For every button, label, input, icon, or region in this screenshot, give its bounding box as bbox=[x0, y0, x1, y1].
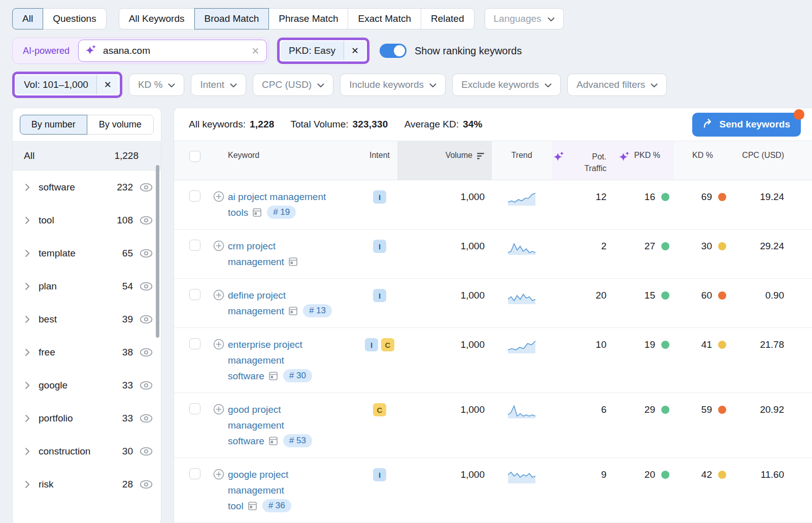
eye-icon[interactable] bbox=[140, 183, 153, 192]
sidebar-item-all[interactable]: All 1,228 bbox=[13, 141, 161, 171]
expand-group-icon[interactable] bbox=[25, 216, 30, 224]
eye-icon[interactable] bbox=[140, 414, 153, 423]
ranking-position-badge[interactable]: # 13 bbox=[303, 304, 332, 317]
eye-icon[interactable] bbox=[140, 480, 153, 489]
eye-icon[interactable] bbox=[140, 447, 153, 456]
sidebar-item-risk[interactable]: risk28 bbox=[13, 468, 161, 501]
column-header-intent[interactable]: Intent bbox=[362, 141, 397, 180]
row-checkbox[interactable] bbox=[189, 468, 200, 479]
pkd-chip-label[interactable]: PKD: Easy bbox=[281, 41, 344, 60]
expand-group-icon[interactable] bbox=[25, 282, 30, 290]
add-keyword-icon[interactable] bbox=[213, 338, 225, 350]
keyword-link[interactable]: crm project management bbox=[228, 241, 284, 267]
remove-volume-filter-icon[interactable]: ✕ bbox=[96, 75, 119, 94]
remove-pkd-filter-icon[interactable]: ✕ bbox=[344, 41, 366, 60]
eye-icon[interactable] bbox=[140, 315, 153, 324]
expand-group-icon[interactable] bbox=[25, 381, 30, 389]
ranking-position-badge[interactable]: # 30 bbox=[283, 369, 312, 382]
languages-dropdown[interactable]: Languages bbox=[485, 8, 564, 29]
sidebar-item-software[interactable]: software232 bbox=[13, 171, 161, 204]
serp-features-icon[interactable] bbox=[289, 257, 297, 266]
intent-badge-C[interactable]: C bbox=[373, 403, 386, 416]
eye-icon-wrap[interactable] bbox=[140, 447, 153, 456]
intent-badge-I[interactable]: I bbox=[373, 289, 386, 302]
tab-phrase-match[interactable]: Phrase Match bbox=[268, 8, 348, 29]
intent-badge-C[interactable]: C bbox=[381, 338, 394, 351]
tab-questions[interactable]: Questions bbox=[43, 8, 107, 29]
sidebar-item-plan[interactable]: plan54 bbox=[13, 270, 161, 303]
show-ranking-toggle[interactable] bbox=[380, 44, 407, 58]
filter-dropdown-exclude-keywords[interactable]: Exclude keywords bbox=[452, 74, 561, 96]
serp-features-icon[interactable] bbox=[253, 208, 261, 217]
eye-icon-wrap[interactable] bbox=[140, 183, 153, 192]
eye-icon-wrap[interactable] bbox=[140, 315, 153, 324]
row-checkbox[interactable] bbox=[189, 289, 200, 300]
tab-all[interactable]: All bbox=[12, 8, 43, 29]
sidebar-tab-by-volume[interactable]: By volume bbox=[87, 115, 154, 135]
row-checkbox[interactable] bbox=[189, 190, 200, 202]
expand-group-icon[interactable] bbox=[25, 447, 30, 455]
eye-icon[interactable] bbox=[140, 348, 153, 357]
add-keyword-icon[interactable] bbox=[213, 240, 225, 252]
serp-features-icon[interactable] bbox=[248, 502, 257, 510]
sidebar-item-google[interactable]: google33 bbox=[13, 369, 161, 402]
sidebar-item-tool[interactable]: tool108 bbox=[13, 204, 161, 237]
sidebar-item-best[interactable]: best39 bbox=[13, 303, 161, 336]
ranking-position-badge[interactable]: # 53 bbox=[283, 434, 312, 447]
column-header-keyword[interactable]: Keyword bbox=[210, 141, 362, 180]
ranking-position-badge[interactable]: # 36 bbox=[262, 499, 291, 512]
column-header-kd[interactable]: KD % bbox=[673, 141, 730, 180]
eye-icon[interactable] bbox=[140, 249, 153, 258]
add-keyword-wrap[interactable] bbox=[213, 190, 225, 205]
add-keyword-icon[interactable] bbox=[213, 403, 225, 415]
eye-icon[interactable] bbox=[140, 381, 153, 390]
tab-exact-match[interactable]: Exact Match bbox=[348, 8, 421, 29]
expand-group-icon[interactable] bbox=[25, 249, 30, 257]
add-keyword-wrap[interactable] bbox=[213, 338, 225, 353]
eye-icon-wrap[interactable] bbox=[140, 282, 153, 291]
row-checkbox[interactable] bbox=[189, 403, 200, 414]
row-checkbox[interactable] bbox=[189, 240, 200, 251]
sidebar-item-template[interactable]: template65 bbox=[13, 237, 161, 270]
keyword-link[interactable]: define project management bbox=[228, 290, 286, 316]
search-input[interactable] bbox=[102, 45, 246, 57]
tab-all-keywords[interactable]: All Keywords bbox=[119, 8, 195, 29]
eye-icon-wrap[interactable] bbox=[140, 249, 153, 258]
expand-group-icon[interactable] bbox=[25, 348, 30, 356]
intent-badge-I[interactable]: I bbox=[373, 190, 386, 204]
column-header-pkd[interactable]: PKD % bbox=[618, 141, 673, 180]
intent-badge-I[interactable]: I bbox=[373, 240, 386, 253]
column-header-trend[interactable]: Trend bbox=[492, 141, 552, 180]
expand-group-icon[interactable] bbox=[25, 183, 30, 191]
filter-dropdown-advanced-filters[interactable]: Advanced filters bbox=[567, 74, 667, 96]
column-header-cpc[interactable]: CPC (USD) bbox=[730, 141, 812, 180]
serp-features-icon[interactable] bbox=[269, 437, 278, 445]
column-header-pot-traffic[interactable]: Pot. Traffic bbox=[552, 141, 618, 180]
sidebar-scrollbar[interactable] bbox=[156, 165, 159, 338]
filter-dropdown-include-keywords[interactable]: Include keywords bbox=[340, 74, 446, 96]
clear-search-icon[interactable]: ✕ bbox=[251, 45, 259, 57]
add-keyword-wrap[interactable] bbox=[213, 468, 225, 483]
expand-group-icon[interactable] bbox=[25, 480, 30, 488]
eye-icon-wrap[interactable] bbox=[140, 381, 153, 390]
select-all-checkbox[interactable] bbox=[189, 151, 200, 162]
tab-related[interactable]: Related bbox=[421, 8, 475, 29]
eye-icon-wrap[interactable] bbox=[140, 414, 153, 423]
filter-dropdown-intent[interactable]: Intent bbox=[191, 74, 246, 96]
serp-features-icon[interactable] bbox=[269, 372, 278, 380]
send-keywords-button[interactable]: Send keywords bbox=[692, 113, 801, 137]
sidebar-item-free[interactable]: free38 bbox=[13, 336, 161, 369]
eye-icon[interactable] bbox=[140, 216, 153, 225]
filter-dropdown-cpc-usd[interactable]: CPC (USD) bbox=[253, 74, 333, 96]
serp-features-icon[interactable] bbox=[289, 307, 297, 315]
row-checkbox[interactable] bbox=[189, 338, 200, 349]
add-keyword-wrap[interactable] bbox=[213, 403, 225, 418]
eye-icon[interactable] bbox=[140, 282, 153, 291]
add-keyword-icon[interactable] bbox=[213, 468, 225, 480]
add-keyword-icon[interactable] bbox=[213, 289, 225, 301]
add-keyword-icon[interactable] bbox=[213, 190, 225, 203]
eye-icon-wrap[interactable] bbox=[140, 348, 153, 357]
volume-chip-label[interactable]: Vol: 101–1,000 bbox=[16, 75, 96, 94]
tab-broad-match[interactable]: Broad Match bbox=[194, 8, 269, 29]
intent-badge-I[interactable]: I bbox=[365, 338, 378, 351]
